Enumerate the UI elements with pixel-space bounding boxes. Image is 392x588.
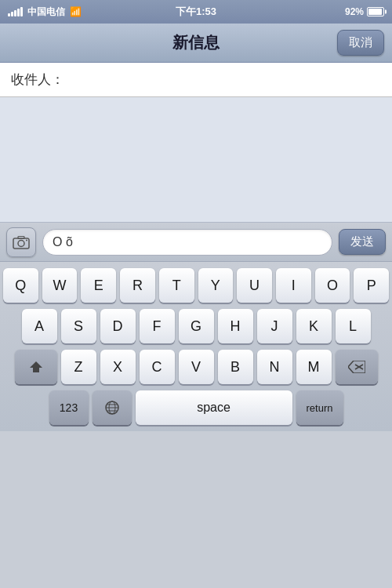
camera-button[interactable] (6, 227, 36, 257)
input-row: O õ 发送 (0, 223, 392, 262)
key-f[interactable]: F (140, 309, 175, 343)
return-button[interactable]: return (296, 390, 343, 425)
signal-icon (8, 7, 23, 16)
status-left: 中国电信 📶 (8, 5, 82, 19)
key-v[interactable]: V (179, 350, 214, 384)
key-g[interactable]: G (179, 309, 214, 343)
message-text: O õ (53, 235, 73, 249)
key-n[interactable]: N (257, 350, 292, 384)
delete-button[interactable] (336, 350, 378, 384)
key-k[interactable]: K (296, 309, 332, 343)
key-y[interactable]: Y (198, 268, 234, 303)
keyboard-row-1: Q W E R T Y U I O P (3, 268, 389, 303)
keyboard-row-3: Z X C V B N M (3, 350, 389, 384)
recipient-input[interactable] (64, 72, 381, 88)
key-o[interactable]: O (315, 268, 350, 303)
status-bar: 中国电信 📶 下午1:53 92% (0, 0, 392, 24)
to-field: 收件人： (0, 63, 392, 97)
page-title: 新信息 (172, 32, 220, 53)
carrier-label: 中国电信 (27, 5, 65, 19)
globe-button[interactable] (93, 390, 132, 425)
key-m[interactable]: M (296, 350, 332, 384)
message-input[interactable]: O õ (42, 229, 332, 256)
key-i[interactable]: I (276, 268, 311, 303)
shift-icon (29, 360, 43, 374)
battery-icon (367, 7, 384, 16)
key-h[interactable]: H (218, 309, 253, 343)
keyboard-row-bottom: 123 space return (3, 390, 389, 425)
key-c[interactable]: C (140, 350, 175, 384)
svg-point-3 (26, 239, 27, 241)
key-u[interactable]: U (237, 268, 272, 303)
key-l[interactable]: L (336, 309, 371, 343)
wifi-icon: 📶 (70, 6, 82, 17)
svg-rect-2 (18, 236, 24, 238)
keyboard-row-2: A S D F G H J K L (3, 309, 389, 343)
key-s[interactable]: S (61, 309, 96, 343)
key-e[interactable]: E (81, 268, 116, 303)
numbers-button[interactable]: 123 (49, 390, 89, 425)
nav-bar: 新信息 取消 (0, 24, 392, 63)
key-x[interactable]: X (100, 350, 136, 384)
key-b[interactable]: B (218, 350, 253, 384)
cancel-button[interactable]: 取消 (337, 30, 384, 56)
delete-icon (348, 361, 365, 373)
camera-icon (13, 235, 30, 249)
battery-percent: 92% (345, 6, 364, 17)
key-j[interactable]: J (257, 309, 292, 343)
globe-icon (104, 400, 120, 416)
key-p[interactable]: P (354, 268, 389, 303)
to-label: 收件人： (11, 71, 64, 89)
key-w[interactable]: W (42, 268, 78, 303)
numbers-label: 123 (60, 401, 78, 414)
message-area[interactable] (0, 97, 392, 223)
space-button[interactable]: space (136, 390, 292, 425)
status-time: 下午1:53 (176, 5, 216, 19)
key-z[interactable]: Z (61, 350, 96, 384)
shift-button[interactable] (15, 350, 57, 384)
space-label: space (197, 401, 230, 415)
svg-point-1 (18, 240, 24, 246)
send-button[interactable]: 发送 (339, 229, 386, 255)
key-a[interactable]: A (22, 309, 57, 343)
return-label: return (307, 402, 333, 414)
key-q[interactable]: Q (3, 268, 38, 303)
key-r[interactable]: R (120, 268, 155, 303)
keyboard: Q W E R T Y U I O P A S D F G H J K L Z … (0, 262, 392, 431)
svg-marker-4 (30, 361, 42, 372)
key-d[interactable]: D (100, 309, 136, 343)
key-t[interactable]: T (159, 268, 194, 303)
status-right: 92% (345, 6, 384, 17)
svg-marker-5 (348, 361, 365, 373)
